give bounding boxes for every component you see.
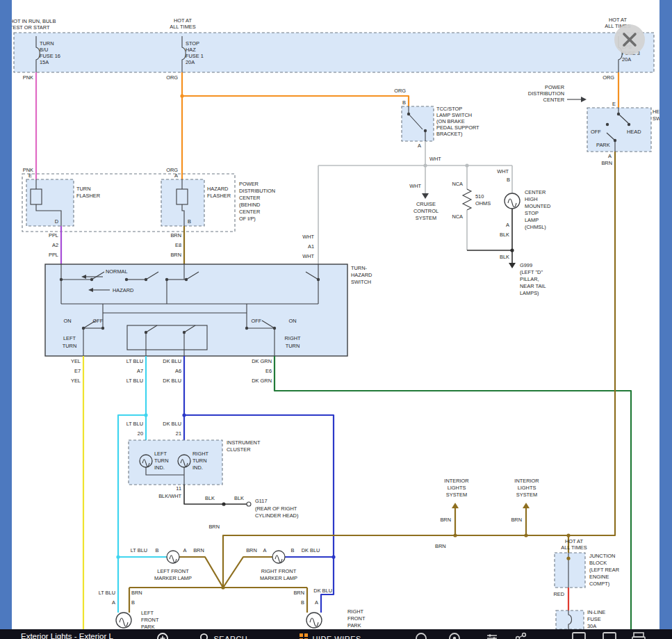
component-label: BRACKET): [436, 131, 462, 137]
monitor-button-2[interactable]: [603, 632, 616, 639]
ground-label: G999: [520, 262, 532, 268]
wire-label-nca: NCA: [452, 181, 463, 187]
arrow-right-icon: [581, 97, 587, 102]
ground-g999: G999 (LEFT "D" PILLAR, NEAR TAIL LAMPS): [509, 262, 546, 296]
indicator-label: LEFT: [154, 451, 167, 457]
ground-label: PILLAR,: [520, 276, 539, 282]
terminal-label: A: [263, 547, 267, 553]
hide-wires-label: HIDE WIRES: [312, 635, 361, 639]
component-label: (ON BRAKE: [436, 118, 465, 124]
component-label: FLASHER: [76, 193, 100, 199]
wire-label-ltblu: LT BLU: [126, 378, 143, 384]
component-label: FRONT: [347, 615, 366, 622]
resistor-value: 510: [475, 193, 484, 200]
switch-position-label: ON: [288, 318, 296, 324]
filament-icon: [508, 199, 516, 207]
component-label: INSTRUMENT: [227, 439, 261, 446]
pdc-ref-label: CENTER: [543, 97, 564, 103]
component-label: MOUNTED: [525, 203, 550, 209]
close-button[interactable]: [614, 24, 645, 55]
component-label: FLASHER: [207, 193, 231, 199]
terminal-label: A6: [175, 368, 181, 374]
wire-label-brn: BRN: [293, 590, 304, 596]
fuse-label: FUSE 16: [40, 53, 60, 59]
wire-label-brn: BRN: [246, 547, 257, 553]
fuse-label: TURN: [40, 40, 54, 47]
terminal-label: D: [55, 218, 58, 225]
turn-hazard-switch: TURN- HAZARD SWITCH NORMAL HAZARD: [45, 264, 372, 356]
switch-position-label: PARK: [596, 142, 610, 148]
terminal-label: A: [183, 547, 187, 553]
terminal-label: B: [301, 599, 304, 606]
monitor-button-1[interactable]: [572, 632, 586, 639]
switch-mode-label: HAZARD: [113, 287, 133, 293]
tool-button-3[interactable]: [486, 632, 498, 639]
turn-flasher-box: [26, 179, 74, 226]
lamp-icon: [167, 551, 179, 563]
resistor-value: OHMS: [475, 200, 491, 207]
component-label: RIGHT: [347, 608, 363, 615]
component-label: HAZARD: [351, 272, 372, 278]
power-distribution-center-ip: E A TURN FLASHER HAZARD FLASHER D B POWE…: [22, 172, 275, 232]
terminal-label: A: [174, 172, 178, 179]
wire-label-wht: WHT: [409, 183, 421, 189]
wire-label-dkgrn: DK GRN: [252, 378, 272, 384]
component-label: (BEHIND: [239, 202, 260, 208]
indicator-label: TURN: [192, 458, 207, 464]
terminal-label: A7: [137, 368, 143, 374]
pdc-ref-label: POWER: [545, 84, 564, 90]
wire-label-nca: NCA: [452, 213, 463, 220]
switch-position-label: ON: [63, 318, 71, 324]
tool-button-1[interactable]: [415, 632, 427, 639]
fuse-label: 20A: [186, 59, 195, 65]
wiring-diagram-viewer: HOT IN RUN, BULB TEST OR START HOT AT AL…: [0, 0, 672, 639]
tool-button-4[interactable]: [515, 632, 527, 639]
bottom-toolbar: Exterior Lights - Exterior L SEARCH HIDE…: [0, 629, 672, 639]
lamp-icon: [306, 613, 322, 628]
wire-label-dkblu: DK BLU: [163, 378, 181, 384]
zoom-button[interactable]: [156, 632, 169, 639]
system-ref-label: LIGHTS: [448, 485, 466, 491]
wire-label-blk: BLK: [500, 254, 509, 260]
pdc-ref-label: DISTRIBUTION: [528, 90, 564, 97]
wire-label-dkblu: DK BLU: [313, 588, 332, 594]
component-label: RIGHT FRONT: [261, 568, 297, 574]
print-button[interactable]: [632, 632, 646, 639]
system-ref-label: CRUISE: [416, 201, 436, 207]
terminal-label: B: [402, 99, 406, 106]
component-label: SWITCH: [351, 279, 371, 285]
arrow-up-icon: [452, 503, 459, 508]
switch-position-label: LEFT: [63, 335, 76, 341]
switch-position-label: OFF: [252, 318, 262, 324]
tool-button-2[interactable]: [448, 632, 461, 639]
indicator-label: IND.: [192, 464, 203, 471]
terminal-label: A: [112, 599, 115, 606]
wire-label-dkblu: DK BLU: [302, 547, 320, 553]
ground-connector-icon: [247, 502, 251, 506]
terminal-label: B: [507, 177, 510, 183]
ground-label: NEAR TAIL: [520, 283, 546, 289]
wire-label-org: ORG: [603, 74, 614, 81]
wire-label-ltblu: LT BLU: [126, 358, 143, 364]
search-button[interactable]: SEARCH: [199, 632, 247, 639]
terminal-label: B: [131, 599, 135, 606]
indicator-label: TURN: [154, 458, 169, 464]
ground-label: (REAR OF RIGHT: [255, 505, 297, 512]
ground-g117: BLK BLK G117 (REAR OF RIGHT CYLINDER HEA…: [184, 485, 298, 519]
terminal-label: A: [506, 222, 509, 228]
power-distribution-center-ref: POWER DISTRIBUTION CENTER: [528, 84, 587, 103]
wire-label-wht: WHT: [302, 234, 314, 240]
diagram-title: Exterior Lights - Exterior L: [21, 632, 113, 639]
terminal-label: A: [608, 153, 612, 159]
terminal-label: E6: [265, 368, 272, 374]
hide-wires-button[interactable]: HIDE WIRES: [299, 632, 361, 639]
switch-position-label: OFF: [93, 318, 104, 324]
wire-label-pnk: PNK: [23, 74, 33, 81]
wire-label-yel: YEL: [71, 378, 81, 384]
component-label: JUNCTION: [589, 553, 615, 559]
wire-label-ppl: PPL: [49, 252, 58, 258]
fuse-label: B/U: [40, 47, 48, 53]
inline-fuse-box: [556, 610, 584, 629]
terminal-label: 21: [176, 430, 181, 437]
zoom-icon: [156, 632, 169, 639]
